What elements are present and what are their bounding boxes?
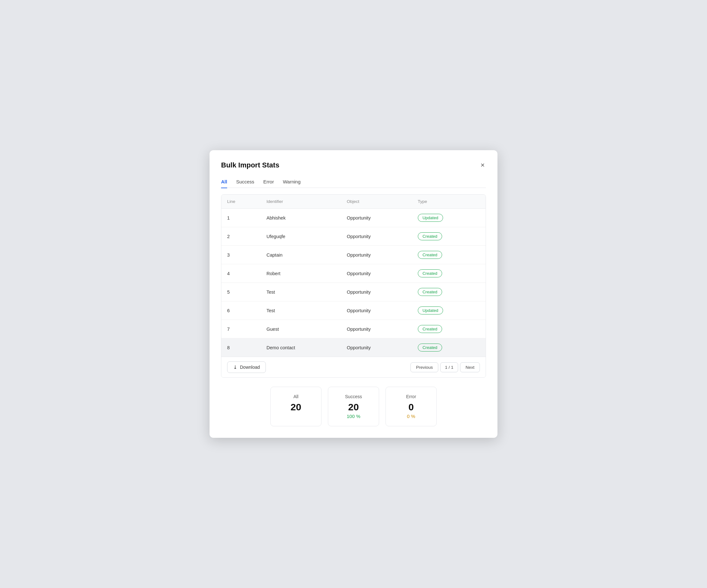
type-badge: Created	[418, 343, 442, 352]
table-header-row: Line Identifier Object Type	[222, 195, 485, 209]
cell-identifier: Guest	[261, 320, 341, 338]
tabs-bar: All Success Error Warning	[221, 179, 486, 188]
type-badge: Updated	[418, 306, 443, 315]
stat-card-error: Error 0 0 %	[385, 387, 437, 426]
cell-type: Created	[412, 264, 485, 283]
cell-type: Created	[412, 320, 485, 338]
stat-number: 0	[397, 402, 425, 412]
table-row: 8 Demo contact Opportunity Created	[222, 338, 485, 357]
previous-button[interactable]: Previous	[410, 362, 438, 372]
cell-object: Opportunity	[341, 246, 412, 264]
download-label: Download	[240, 365, 260, 370]
table-row: 6 Test Opportunity Updated	[222, 301, 485, 320]
cell-identifier: Abhishek	[261, 209, 341, 227]
cell-line: 8	[222, 338, 261, 357]
table-footer: ⤓ Download Previous 1 / 1 Next	[222, 357, 485, 377]
stat-number: 20	[340, 402, 367, 412]
type-badge: Created	[418, 232, 442, 240]
cell-object: Opportunity	[341, 264, 412, 283]
table-row: 5 Test Opportunity Created	[222, 283, 485, 301]
cell-identifier: Ufeguqfe	[261, 227, 341, 246]
page-indicator: 1 / 1	[440, 362, 458, 372]
cell-type: Created	[412, 227, 485, 246]
cell-type: Updated	[412, 301, 485, 320]
stat-card-all: All 20	[270, 387, 322, 426]
modal-header: Bulk Import Stats ×	[221, 160, 486, 170]
table-row: 2 Ufeguqfe Opportunity Created	[222, 227, 485, 246]
download-button[interactable]: ⤓ Download	[227, 361, 266, 373]
cell-identifier: Robert	[261, 264, 341, 283]
col-line: Line	[222, 195, 261, 209]
close-button[interactable]: ×	[479, 160, 486, 170]
cell-type: Created	[412, 338, 485, 357]
table-row: 4 Robert Opportunity Created	[222, 264, 485, 283]
cell-type: Created	[412, 246, 485, 264]
type-badge: Created	[418, 251, 442, 259]
cell-line: 5	[222, 283, 261, 301]
table-row: 3 Captain Opportunity Created	[222, 246, 485, 264]
modal-title: Bulk Import Stats	[221, 161, 279, 170]
import-table: Line Identifier Object Type 1 Abhishek O…	[221, 194, 486, 378]
cell-type: Created	[412, 283, 485, 301]
cell-line: 2	[222, 227, 261, 246]
cell-identifier: Test	[261, 301, 341, 320]
cell-line: 1	[222, 209, 261, 227]
type-badge: Created	[418, 325, 442, 333]
next-button[interactable]: Next	[460, 362, 480, 372]
cell-identifier: Test	[261, 283, 341, 301]
stat-percent: 100 %	[340, 413, 367, 419]
pagination: Previous 1 / 1 Next	[410, 362, 480, 372]
cell-object: Opportunity	[341, 227, 412, 246]
stats-row: All 20 Success 20 100 % Error 0 0 %	[221, 387, 486, 426]
type-badge: Updated	[418, 214, 443, 222]
stat-label: Success	[340, 394, 367, 399]
type-badge: Created	[418, 288, 442, 296]
cell-object: Opportunity	[341, 301, 412, 320]
cell-line: 3	[222, 246, 261, 264]
cell-line: 7	[222, 320, 261, 338]
cell-identifier: Demo contact	[261, 338, 341, 357]
cell-type: Updated	[412, 209, 485, 227]
cell-object: Opportunity	[341, 283, 412, 301]
cell-identifier: Captain	[261, 246, 341, 264]
table-row: 1 Abhishek Opportunity Updated	[222, 209, 485, 227]
cell-object: Opportunity	[341, 338, 412, 357]
table-row: 7 Guest Opportunity Created	[222, 320, 485, 338]
col-identifier: Identifier	[261, 195, 341, 209]
cell-object: Opportunity	[341, 209, 412, 227]
tab-error[interactable]: Error	[263, 179, 274, 188]
type-badge: Created	[418, 269, 442, 278]
tab-success[interactable]: Success	[236, 179, 254, 188]
cell-line: 6	[222, 301, 261, 320]
tab-warning[interactable]: Warning	[283, 179, 300, 188]
stat-label: Error	[397, 394, 425, 399]
stat-percent: 0 %	[397, 413, 425, 419]
download-icon: ⤓	[233, 364, 237, 370]
stat-number: 20	[282, 402, 310, 412]
stat-card-success: Success 20 100 %	[328, 387, 379, 426]
bulk-import-stats-modal: Bulk Import Stats × All Success Error Wa…	[209, 150, 498, 438]
cell-object: Opportunity	[341, 320, 412, 338]
tab-all[interactable]: All	[221, 179, 227, 188]
cell-line: 4	[222, 264, 261, 283]
col-object: Object	[341, 195, 412, 209]
stat-label: All	[282, 394, 310, 399]
col-type: Type	[412, 195, 485, 209]
